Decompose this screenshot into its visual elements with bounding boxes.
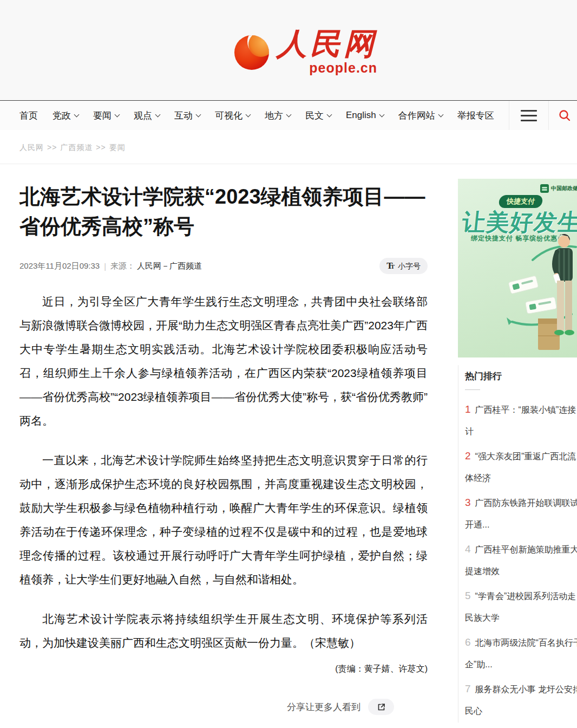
sidebar: 中国邮政储蓄银行 快捷支付 让美好发生 绑定快捷支付 畅享缤纷优惠 [458, 164, 577, 723]
rank-number: 1 [465, 404, 471, 415]
article-meta: 2023年11月02日09:33 | 来源： 人民网－广西频道 TT 小字号 [19, 258, 428, 274]
breadcrumb-home[interactable]: 人民网 [19, 143, 44, 152]
hot-item[interactable]: 2“强大亲友团”重返广西北流 体经济 [465, 445, 577, 489]
search-icon[interactable] [549, 109, 577, 122]
breadcrumb-channel[interactable]: 广西频道 [60, 143, 93, 152]
breadcrumb-section[interactable]: 要闻 [109, 143, 126, 152]
rank-number: 5 [465, 590, 471, 601]
people-logo-icon [234, 35, 269, 70]
chevron-down-icon [155, 112, 161, 117]
editor-credit: (责编：黄子婧、许荩文) [19, 664, 428, 675]
source-label: 来源： [110, 261, 135, 271]
article-paragraph: 北海艺术设计学院表示将持续组织学生开展生态文明、环境保护等系列活动，为加快建设美… [19, 607, 428, 655]
nav-item-yaowen[interactable]: 要闻 [93, 109, 119, 122]
hot-item[interactable]: 7服务群众无小事 龙圩公安排忧 民心 [465, 678, 577, 722]
hot-item[interactable]: 8广西大山学生乘高铁体验发展 [465, 725, 577, 728]
chevron-down-icon [438, 112, 443, 117]
chevron-down-icon [115, 112, 120, 117]
hot-item[interactable]: 6北海市两级法院“百名执行干 企”助... [465, 632, 577, 675]
hot-ranking-title: 热门排行 [465, 370, 577, 382]
nav-item-difang[interactable]: 地方 [265, 109, 291, 122]
logo-domain-text: people.cn [309, 60, 377, 76]
site-header: 人民网 people.cn [0, 0, 577, 101]
article: 北海艺术设计学院获“2023绿植领养项目——省份优秀高校”称号 2023年11月… [0, 164, 458, 723]
rank-number: 7 [465, 683, 471, 694]
ad-illustration [458, 179, 577, 358]
logo-chinese-text: 人民网 [277, 29, 377, 59]
nav-item-minwen[interactable]: 民文 [305, 109, 331, 122]
bank-advertisement[interactable]: 中国邮政储蓄银行 快捷支付 让美好发生 绑定快捷支付 畅享缤纷优惠 [458, 179, 577, 358]
rank-number: 2 [465, 450, 471, 461]
chevron-down-icon [196, 112, 201, 117]
people-logo[interactable]: 人民网 people.cn [234, 29, 377, 76]
hot-item[interactable]: 5“学青会”进校园系列活动走 民族大学 [465, 585, 577, 629]
chevron-down-icon [246, 112, 251, 117]
article-paragraph: 近日，为引导全区广大青年学生践行生态文明理念，共青团中央社会联络部与新浪微博联合… [19, 290, 428, 433]
page: 人民网 people.cn 首页 党政 要闻 观点 互动 可视化 地方 民文 E… [0, 0, 577, 728]
breadcrumb: 人民网>>广西频道>>要闻 [0, 130, 577, 153]
nav-item-hezuo[interactable]: 合作网站 [398, 109, 443, 122]
nav-item-english[interactable]: English [346, 110, 384, 121]
chevron-down-icon [286, 112, 292, 117]
rank-number: 6 [465, 636, 471, 648]
source-link[interactable]: 人民网－广西频道 [137, 261, 202, 271]
hamburger-menu-icon[interactable] [509, 110, 548, 121]
hot-ranking: 热门排行 1广西桂平：“服装小镇”连接 计 2“强大亲友团”重返广西北流 体经济… [458, 365, 577, 723]
page-title: 北海艺术设计学院获“2023绿植领养项目——省份优秀高校”称号 [19, 182, 428, 242]
chevron-down-icon [327, 112, 332, 117]
hot-item[interactable]: 1广西桂平：“服装小镇”连接 计 [465, 399, 577, 443]
hot-item[interactable]: 4广西桂平创新施策助推重大项 提速增效 [465, 538, 577, 582]
share-label: 分享让更多人看到 [287, 701, 360, 713]
nav-item-jubao[interactable]: 举报专区 [457, 109, 494, 122]
nav-item-home[interactable]: 首页 [19, 109, 38, 122]
hot-ranking-divider [465, 389, 480, 390]
main-nav: 首页 党政 要闻 观点 互动 可视化 地方 民文 English 合作网站 举报… [0, 101, 577, 130]
publish-date: 2023年11月02日09:33 [19, 261, 100, 271]
hot-item[interactable]: 3广西防东铁路开始联调联试 预 开通... [465, 492, 577, 536]
chevron-down-icon [379, 112, 384, 117]
rank-number: 3 [465, 497, 471, 508]
rank-number: 4 [465, 543, 471, 555]
chevron-down-icon [74, 112, 80, 117]
nav-item-guandian[interactable]: 观点 [134, 109, 160, 122]
nav-item-keshihua[interactable]: 可视化 [215, 109, 250, 122]
nav-item-hudong[interactable]: 互动 [174, 109, 200, 122]
nav-item-dangzheng[interactable]: 党政 [53, 109, 78, 122]
share-section: 分享让更多人看到 [19, 699, 428, 715]
share-icon [377, 703, 386, 712]
share-button[interactable] [368, 699, 394, 715]
font-size-button[interactable]: TT 小字号 [379, 258, 428, 274]
article-paragraph: 一直以来，北海艺术设计学院师生始终坚持把生态文明意识贯穿于日常的行动中，逐渐形成… [19, 448, 428, 592]
